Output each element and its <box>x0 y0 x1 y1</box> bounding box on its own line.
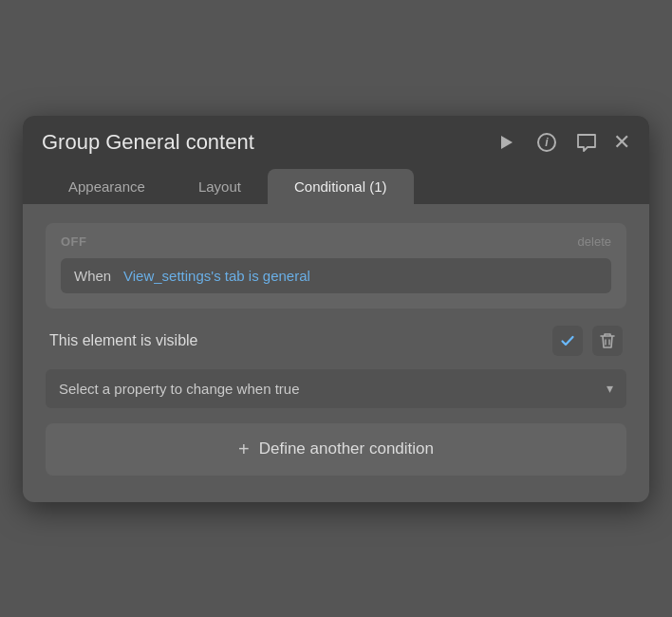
title-icons: i ✕ <box>494 129 630 156</box>
checkmark-icon <box>560 333 575 348</box>
info-icon-btn[interactable]: i <box>533 129 560 156</box>
dropdown-placeholder: Select a property to change when true <box>59 381 300 397</box>
property-dropdown[interactable]: Select a property to change when true ▾ <box>46 369 626 408</box>
chevron-down-icon: ▾ <box>607 381 613 396</box>
trash-icon <box>600 332 615 349</box>
off-label: OFF <box>61 234 87 249</box>
play-icon <box>501 136 513 149</box>
visibility-text: This element is visible <box>49 332 198 349</box>
comment-icon-btn[interactable] <box>573 129 600 156</box>
when-label: When <box>74 268 112 284</box>
condition-header: OFF delete <box>61 234 611 249</box>
visibility-row: This element is visible <box>46 326 626 356</box>
check-button[interactable] <box>552 326 583 356</box>
close-button[interactable]: ✕ <box>613 130 630 155</box>
delete-button[interactable]: delete <box>578 234 611 249</box>
comment-icon <box>576 133 597 152</box>
visibility-actions <box>552 326 623 356</box>
info-icon: i <box>537 133 556 152</box>
plus-icon: + <box>238 439 250 460</box>
tab-appearance[interactable]: Appearance <box>42 169 172 204</box>
tabs-container: Appearance Layout Conditional (1) <box>23 169 649 204</box>
dialog: Group General content i ✕ Appearance Lay… <box>23 116 649 502</box>
define-button-label: Define another condition <box>259 439 434 458</box>
tab-layout[interactable]: Layout <box>172 169 268 204</box>
content-area: OFF delete When View_settings's tab is g… <box>23 204 649 502</box>
when-value[interactable]: View_settings's tab is general <box>123 268 310 284</box>
dialog-title: Group General content <box>42 130 254 155</box>
when-row: When View_settings's tab is general <box>61 258 611 293</box>
define-condition-button[interactable]: + Define another condition <box>46 423 626 476</box>
condition-block: OFF delete When View_settings's tab is g… <box>46 223 626 308</box>
tab-conditional[interactable]: Conditional (1) <box>268 169 414 204</box>
play-icon-btn[interactable] <box>494 129 520 156</box>
delete-visibility-button[interactable] <box>592 326 623 356</box>
title-bar: Group General content i ✕ <box>23 116 649 169</box>
